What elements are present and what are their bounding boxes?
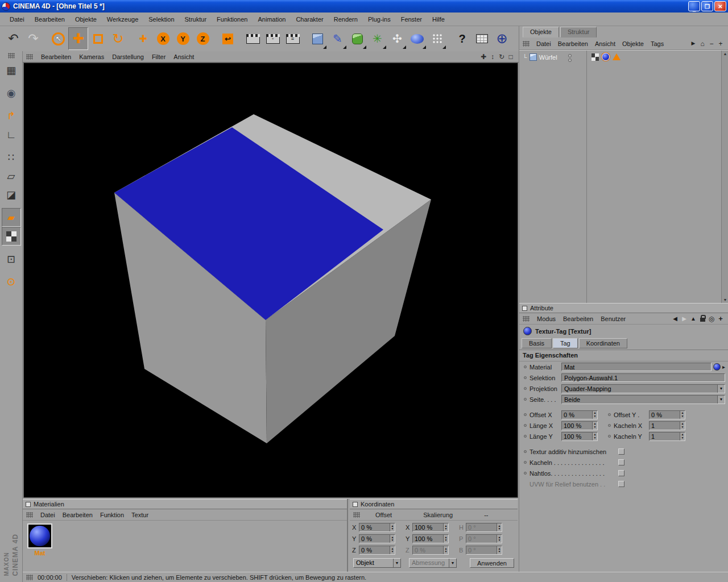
tab-tag[interactable]: Tag bbox=[553, 338, 578, 348]
move-tool[interactable]: ✚ bbox=[68, 27, 88, 50]
viewport-rotate-icon[interactable]: ↻ bbox=[497, 52, 506, 61]
spinner-arrows[interactable]: ▲▼ bbox=[443, 535, 448, 543]
attr-sync-icon[interactable]: ◎ bbox=[707, 314, 716, 323]
command-manager-icon[interactable] bbox=[472, 27, 492, 50]
phong-tag-icon[interactable] bbox=[613, 53, 621, 60]
om-home-icon[interactable]: ⌂ bbox=[698, 39, 707, 48]
om-collapse-icon[interactable]: − bbox=[707, 39, 716, 48]
vp-menu-filter[interactable]: Filter bbox=[152, 53, 166, 60]
lock-x-axis-toggle[interactable]: X bbox=[153, 27, 173, 50]
add-nurbs-icon[interactable] bbox=[348, 27, 367, 50]
mat-menu-textur[interactable]: Textur bbox=[131, 512, 148, 518]
spinner-arrows[interactable]: ▲▼ bbox=[592, 422, 597, 430]
column-offset[interactable]: Offset bbox=[375, 512, 392, 518]
materials-header[interactable]: Materialien bbox=[23, 499, 347, 509]
attr-back-icon[interactable]: ◀ bbox=[671, 314, 680, 323]
title-bar[interactable]: CINEMA 4D - [Ohne Titel 5 *] _ ❐ ✕ bbox=[0, 0, 728, 13]
attr-forward-icon[interactable]: ▶ bbox=[680, 314, 689, 323]
om-add-icon[interactable]: + bbox=[716, 39, 725, 48]
viewport-toggle-icon[interactable]: □ bbox=[506, 52, 515, 61]
render-view-icon[interactable] bbox=[243, 27, 263, 50]
kinematics-mode-icon[interactable]: ⊙ bbox=[2, 272, 21, 291]
redo-icon[interactable]: ↷ bbox=[23, 27, 43, 50]
om-menu-bearbeiten[interactable]: Bearbeiten bbox=[558, 40, 588, 47]
object-manager-grip[interactable] bbox=[523, 41, 530, 47]
offset-x-field[interactable]: 0 % ▲▼ bbox=[561, 410, 598, 419]
rotate-tool[interactable]: ↻ bbox=[108, 27, 128, 50]
add-modeling-object-icon[interactable]: ✳ bbox=[367, 27, 387, 50]
spinner-arrows[interactable]: ▲▼ bbox=[680, 433, 685, 440]
object-axis-tool[interactable]: ✚ bbox=[133, 27, 153, 50]
coord-scale-x-field[interactable]: 100 %▲▼ bbox=[412, 523, 449, 532]
column-rotation[interactable]: -- bbox=[484, 512, 488, 518]
spinner-arrows[interactable]: ▲▼ bbox=[390, 546, 395, 554]
mat-menu-funktion[interactable]: Funktion bbox=[100, 512, 124, 518]
coordinates-header[interactable]: Koordinaten bbox=[350, 499, 518, 509]
kacheln-x-field[interactable]: 1 ▲▼ bbox=[649, 421, 685, 430]
additiv-checkbox[interactable] bbox=[618, 448, 624, 455]
kacheln-checkbox[interactable] bbox=[618, 459, 624, 465]
object-tree[interactable]: └ Würfel ▲▼ bbox=[519, 50, 728, 303]
attr-up-icon[interactable]: ▲ bbox=[689, 314, 698, 323]
convert-object-icon[interactable]: ▦ bbox=[2, 61, 21, 80]
object-axis-mode-icon[interactable]: ↱ bbox=[2, 106, 21, 125]
material-item-mat[interactable]: Mat bbox=[26, 523, 53, 556]
restore-button[interactable]: ❐ bbox=[701, 1, 713, 11]
menu-bearbeiten[interactable]: Bearbeiten bbox=[30, 14, 70, 25]
material-link-arrow[interactable]: ▸ bbox=[722, 364, 725, 370]
coordinate-system-toggle[interactable]: ↩ bbox=[218, 27, 238, 50]
menu-datei[interactable]: Datei bbox=[5, 14, 30, 25]
apply-button[interactable]: Anwenden bbox=[470, 558, 514, 568]
render-picture-viewer-icon[interactable]: ▫ bbox=[263, 27, 283, 50]
laenge-y-field[interactable]: 100 % ▲▼ bbox=[561, 432, 598, 441]
spinner-arrows[interactable]: ▲▼ bbox=[443, 523, 448, 531]
menu-charakter[interactable]: Charakter bbox=[291, 14, 328, 25]
object-row-wuerfel[interactable]: └ Würfel bbox=[523, 53, 557, 61]
mat-menu-datei[interactable]: Datei bbox=[40, 512, 55, 518]
tab-objekte[interactable]: Objekte bbox=[523, 27, 559, 38]
model-mode-icon[interactable]: ◉ bbox=[2, 84, 21, 102]
menu-selektion[interactable]: Selektion bbox=[143, 14, 179, 25]
vp-menu-kameras[interactable]: Kameras bbox=[79, 53, 104, 60]
material-link-preview[interactable] bbox=[713, 363, 721, 371]
spinner-arrows[interactable]: ▲▼ bbox=[680, 422, 685, 430]
selektion-field[interactable]: Polygon-Auswahl.1 bbox=[561, 373, 725, 382]
materials-grip[interactable] bbox=[26, 512, 33, 518]
nahtlos-checkbox[interactable] bbox=[618, 470, 624, 476]
om-menu-ansicht[interactable]: Ansicht bbox=[595, 40, 615, 47]
tab-basis[interactable]: Basis bbox=[522, 338, 552, 348]
add-scene-object-icon[interactable]: ✣ bbox=[387, 27, 407, 50]
menu-funktionen[interactable]: Funktionen bbox=[212, 14, 253, 25]
projektion-select[interactable]: Quader-Mapping ▼ bbox=[561, 384, 725, 393]
toolbar-grip[interactable] bbox=[8, 53, 15, 59]
lock-y-axis-toggle[interactable]: Y bbox=[173, 27, 193, 50]
menu-hilfe[interactable]: Hilfe bbox=[427, 14, 450, 25]
minimize-button[interactable]: _ bbox=[688, 1, 700, 11]
menu-struktur[interactable]: Struktur bbox=[180, 14, 212, 25]
coord-offset-y-field[interactable]: 0 %▲▼ bbox=[359, 534, 395, 543]
om-menu-datei[interactable]: Datei bbox=[536, 40, 551, 47]
lock-z-axis-toggle[interactable]: Z bbox=[193, 27, 213, 50]
undo-icon[interactable]: ↶ bbox=[3, 27, 23, 50]
column-skalierung[interactable]: Skalierung bbox=[423, 512, 453, 518]
visibility-toggles[interactable] bbox=[568, 54, 572, 62]
attr-add-icon[interactable]: + bbox=[716, 314, 725, 323]
polygons-mode-icon[interactable]: ◪ bbox=[2, 185, 21, 204]
menu-objekte[interactable]: Objekte bbox=[70, 14, 102, 25]
vp-menu-ansicht[interactable]: Ansicht bbox=[173, 53, 194, 60]
attr-menu-bearbeiten[interactable]: Bearbeiten bbox=[563, 315, 593, 322]
scale-tool[interactable] bbox=[88, 27, 108, 50]
spinner-arrows[interactable]: ▲▼ bbox=[390, 523, 395, 531]
mat-menu-bearbeiten[interactable]: Bearbeiten bbox=[63, 512, 93, 518]
statusbar-grip[interactable] bbox=[26, 575, 33, 580]
uvw-edit-mode-icon[interactable]: ⊡ bbox=[2, 250, 21, 268]
live-selection-tool[interactable]: ↖ bbox=[48, 27, 68, 50]
spinner-arrows[interactable]: ▲▼ bbox=[592, 433, 597, 440]
spinner-arrows[interactable]: ▲▼ bbox=[390, 535, 395, 543]
seite-select[interactable]: Beide ▼ bbox=[561, 395, 725, 404]
browser-icon[interactable]: ⊕ bbox=[492, 27, 512, 50]
attribute-grip[interactable] bbox=[523, 316, 530, 322]
menu-fenster[interactable]: Fenster bbox=[396, 14, 427, 25]
viewport-grip[interactable] bbox=[26, 54, 33, 60]
viewport-canvas[interactable] bbox=[23, 63, 518, 498]
